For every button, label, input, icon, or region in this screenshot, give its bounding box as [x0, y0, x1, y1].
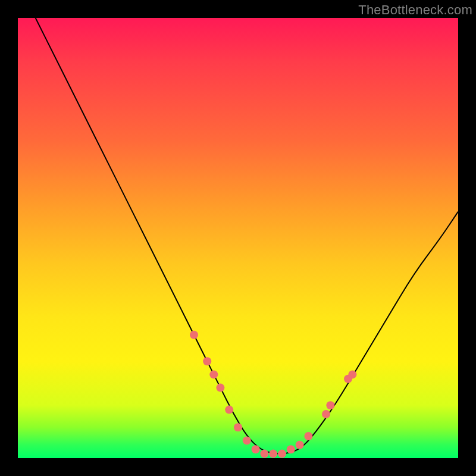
curve-marker: [203, 357, 211, 365]
chart-svg: [18, 18, 458, 458]
curve-marker: [190, 331, 198, 339]
curve-marker: [252, 445, 260, 453]
plot-area: [18, 18, 458, 458]
outer-frame: TheBottleneck.com: [0, 0, 476, 476]
curve-marker: [296, 441, 304, 449]
curve-marker: [216, 384, 224, 392]
curve-marker: [278, 450, 286, 458]
curve-marker: [209, 370, 218, 378]
watermark-text: TheBottleneck.com: [358, 2, 472, 18]
curve-markers: [190, 331, 356, 458]
curve-marker: [260, 450, 268, 458]
curve-marker: [234, 423, 242, 431]
curve-marker: [243, 436, 251, 444]
bottleneck-curve: [36, 18, 458, 454]
curve-marker: [348, 370, 356, 378]
curve-marker: [225, 406, 233, 414]
curve-marker: [326, 401, 334, 409]
curve-marker: [287, 445, 295, 453]
curve-marker: [322, 410, 330, 418]
curve-marker: [269, 450, 277, 458]
curve-marker: [304, 432, 312, 440]
